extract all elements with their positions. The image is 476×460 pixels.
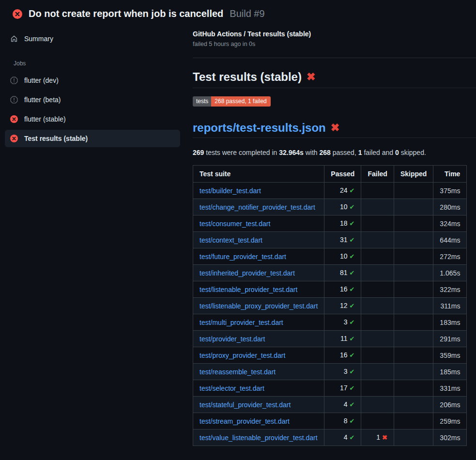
count-value: 18 [340,219,349,227]
suite-link[interactable]: test/stream_provider_test.dart [200,417,290,425]
sidebar-item-label: flutter (stable) [24,115,66,123]
suite-cell: test/stream_provider_test.dart [193,413,324,429]
time-cell: 280ms [433,199,467,215]
failed-cell [361,265,394,281]
run-meta: failed 5 hours ago in 0s [193,41,476,47]
section-title-text: Test results (stable) [193,70,302,84]
count-value: 16 [340,285,349,293]
suite-link[interactable]: test/listenable_provider_test.dart [200,286,297,293]
suite-link[interactable]: test/stateful_provider_test.dart [200,401,291,409]
skipped-cell [394,298,433,314]
table-row: test/listenable_proxy_provider_test.dart… [193,298,467,314]
failed-cell [361,397,394,413]
passed-cell: 16 ✔ [324,281,361,298]
suite-link[interactable]: test/listenable_proxy_provider_test.dart [200,302,318,310]
col-failed: Failed [361,166,394,183]
count-value: 11 [340,335,349,342]
check-icon: ✔ [350,286,355,293]
table-row: test/change_notifier_provider_test.dart1… [193,199,467,215]
failed-cell [361,232,394,248]
check-icon: ✔ [350,335,355,342]
sidebar-item-job-2[interactable]: flutter (stable) [5,110,180,128]
count-value: 16 [340,351,349,359]
badge-value: 268 passed, 1 failed [211,96,270,107]
passed-cell: 17 ✔ [324,380,361,397]
summary-text: passed, [331,149,358,156]
sidebar-item-label: Test results (stable) [24,134,88,143]
suite-link[interactable]: test/context_test.dart [200,236,262,244]
suite-cell: test/stateful_provider_test.dart [193,397,324,413]
check-run-header: Do not create report when job is cancell… [0,0,476,24]
suite-link[interactable]: test/future_provider_test.dart [200,253,286,261]
suite-cell: test/proxy_provider_test.dart [193,347,324,364]
check-run-title: Do not create report when job is cancell… [29,8,223,19]
breadcrumb: GitHub Actions / Test results (stable) [193,30,476,38]
skipped-cell [394,265,433,281]
cross-mark-icon: ✖ [307,72,315,82]
cross-mark-icon: ✖ [331,123,339,133]
time-cell: 291ms [433,331,467,347]
failed-cell [361,364,394,380]
divider [193,58,476,58]
skipped-cell [394,215,433,232]
suite-cell: test/multi_provider_test.dart [193,314,324,331]
skipped-cell [394,314,433,331]
failed-cell [361,199,394,215]
count-value: 3 [344,368,350,375]
suite-link[interactable]: test/multi_provider_test.dart [200,319,283,326]
passed-cell: 10 ✔ [324,199,361,215]
suite-link[interactable]: test/change_notifier_provider_test.dart [200,203,315,211]
table-row: test/proxy_provider_test.dart16 ✔359ms [193,347,467,364]
time-cell: 206ms [433,397,467,413]
section-title: Test results (stable) ✖ [193,70,476,88]
sidebar-item-job-0[interactable]: flutter (dev) [5,72,180,89]
summary-text: failed and [362,149,396,156]
suite-cell: test/inherited_provider_test.dart [193,265,324,281]
failed-cell [361,248,394,265]
neutral-octagon-icon [10,77,18,84]
table-row: test/builder_test.dart24 ✔375ms [193,183,467,199]
failed-circle-icon [10,115,18,123]
suite-cell: test/builder_test.dart [193,183,324,199]
suite-link[interactable]: test/proxy_provider_test.dart [200,352,285,359]
sidebar-item-job-1[interactable]: flutter (beta) [5,91,180,108]
time-cell: 644ms [433,232,467,248]
passed-cell: 16 ✔ [324,347,361,364]
table-row: test/reassemble_test.dart3 ✔185ms [193,364,467,380]
check-icon: ✔ [350,417,355,425]
table-row: test/multi_provider_test.dart3 ✔183ms [193,314,467,331]
report-file-link[interactable]: reports/test-results.json [193,121,326,135]
passed-cell: 4 ✔ [324,429,361,446]
time-cell: 183ms [433,314,467,331]
passed-cell: 4 ✔ [324,397,361,413]
time-cell: 185ms [433,364,467,380]
passed-cell: 11 ✔ [324,331,361,347]
suite-link[interactable]: test/builder_test.dart [200,187,261,195]
passed-cell: 24 ✔ [324,183,361,199]
failed-circle-icon [10,135,18,142]
table-row: test/inherited_provider_test.dart81 ✔1.0… [193,265,467,281]
check-icon: ✔ [350,203,355,211]
skipped-cell [394,248,433,265]
count-value: 12 [340,302,349,309]
time-cell: 322ms [433,281,467,298]
failed-circle-icon [13,9,22,19]
suite-link[interactable]: test/provider_test.dart [200,335,265,343]
skipped-cell [394,347,433,364]
failed-count: 1 [358,149,362,156]
suite-link[interactable]: test/value_listenable_provider_test.dart [200,434,318,442]
sidebar-item-summary[interactable]: Summary [5,30,180,47]
suite-cell: test/context_test.dart [193,232,324,248]
time-cell: 331ms [433,380,467,397]
suite-link[interactable]: test/selector_test.dart [200,384,264,392]
sidebar-item-job-3[interactable]: Test results (stable) [5,130,180,147]
skipped-cell [394,380,433,397]
failed-cell [361,298,394,314]
suite-link[interactable]: test/inherited_provider_test.dart [200,269,295,277]
skipped-cell [394,364,433,380]
test-table-body: test/builder_test.dart24 ✔375mstest/chan… [193,183,467,446]
table-row: test/value_listenable_provider_test.dart… [193,429,467,446]
suite-link[interactable]: test/reassemble_test.dart [200,368,276,376]
suite-link[interactable]: test/consumer_test.dart [200,220,270,228]
skipped-cell [394,331,433,347]
